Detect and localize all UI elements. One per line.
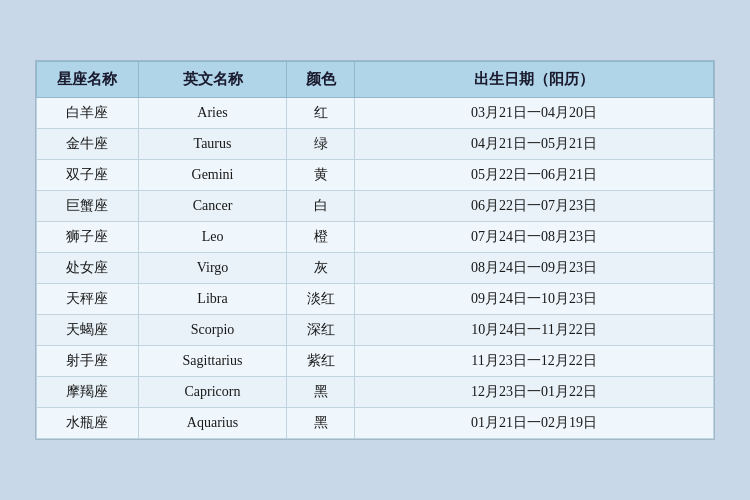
cell-color: 白: [287, 191, 355, 222]
cell-date: 10月24日一11月22日: [355, 315, 714, 346]
cell-date: 11月23日一12月22日: [355, 346, 714, 377]
cell-english-name: Scorpio: [138, 315, 287, 346]
cell-english-name: Aquarius: [138, 408, 287, 439]
table-row: 巨蟹座Cancer白06月22日一07月23日: [37, 191, 714, 222]
cell-english-name: Leo: [138, 222, 287, 253]
cell-color: 黄: [287, 160, 355, 191]
cell-color: 红: [287, 98, 355, 129]
cell-date: 06月22日一07月23日: [355, 191, 714, 222]
cell-color: 橙: [287, 222, 355, 253]
cell-color: 灰: [287, 253, 355, 284]
cell-zodiac-name: 白羊座: [37, 98, 139, 129]
cell-zodiac-name: 摩羯座: [37, 377, 139, 408]
cell-date: 05月22日一06月21日: [355, 160, 714, 191]
cell-english-name: Libra: [138, 284, 287, 315]
table-row: 处女座Virgo灰08月24日一09月23日: [37, 253, 714, 284]
cell-zodiac-name: 天秤座: [37, 284, 139, 315]
cell-english-name: Cancer: [138, 191, 287, 222]
table-row: 金牛座Taurus绿04月21日一05月21日: [37, 129, 714, 160]
table-row: 狮子座Leo橙07月24日一08月23日: [37, 222, 714, 253]
cell-zodiac-name: 双子座: [37, 160, 139, 191]
cell-date: 03月21日一04月20日: [355, 98, 714, 129]
cell-english-name: Capricorn: [138, 377, 287, 408]
cell-color: 黑: [287, 377, 355, 408]
cell-date: 01月21日一02月19日: [355, 408, 714, 439]
cell-zodiac-name: 巨蟹座: [37, 191, 139, 222]
cell-english-name: Aries: [138, 98, 287, 129]
cell-color: 紫红: [287, 346, 355, 377]
cell-color: 淡红: [287, 284, 355, 315]
cell-zodiac-name: 狮子座: [37, 222, 139, 253]
cell-english-name: Virgo: [138, 253, 287, 284]
cell-zodiac-name: 射手座: [37, 346, 139, 377]
table-header-row: 星座名称 英文名称 颜色 出生日期（阳历）: [37, 62, 714, 98]
cell-english-name: Gemini: [138, 160, 287, 191]
table-row: 天蝎座Scorpio深红10月24日一11月22日: [37, 315, 714, 346]
header-english: 英文名称: [138, 62, 287, 98]
table-row: 射手座Sagittarius紫红11月23日一12月22日: [37, 346, 714, 377]
zodiac-table: 星座名称 英文名称 颜色 出生日期（阳历） 白羊座Aries红03月21日一04…: [36, 61, 714, 439]
table-row: 摩羯座Capricorn黑12月23日一01月22日: [37, 377, 714, 408]
table-row: 天秤座Libra淡红09月24日一10月23日: [37, 284, 714, 315]
cell-english-name: Sagittarius: [138, 346, 287, 377]
cell-color: 黑: [287, 408, 355, 439]
cell-color: 绿: [287, 129, 355, 160]
cell-english-name: Taurus: [138, 129, 287, 160]
table-body: 白羊座Aries红03月21日一04月20日金牛座Taurus绿04月21日一0…: [37, 98, 714, 439]
zodiac-table-container: 星座名称 英文名称 颜色 出生日期（阳历） 白羊座Aries红03月21日一04…: [35, 60, 715, 440]
table-row: 白羊座Aries红03月21日一04月20日: [37, 98, 714, 129]
cell-date: 12月23日一01月22日: [355, 377, 714, 408]
header-name: 星座名称: [37, 62, 139, 98]
table-row: 水瓶座Aquarius黑01月21日一02月19日: [37, 408, 714, 439]
cell-zodiac-name: 水瓶座: [37, 408, 139, 439]
table-row: 双子座Gemini黄05月22日一06月21日: [37, 160, 714, 191]
cell-date: 07月24日一08月23日: [355, 222, 714, 253]
cell-date: 04月21日一05月21日: [355, 129, 714, 160]
cell-date: 09月24日一10月23日: [355, 284, 714, 315]
header-date: 出生日期（阳历）: [355, 62, 714, 98]
cell-zodiac-name: 天蝎座: [37, 315, 139, 346]
cell-date: 08月24日一09月23日: [355, 253, 714, 284]
cell-color: 深红: [287, 315, 355, 346]
cell-zodiac-name: 金牛座: [37, 129, 139, 160]
cell-zodiac-name: 处女座: [37, 253, 139, 284]
header-color: 颜色: [287, 62, 355, 98]
